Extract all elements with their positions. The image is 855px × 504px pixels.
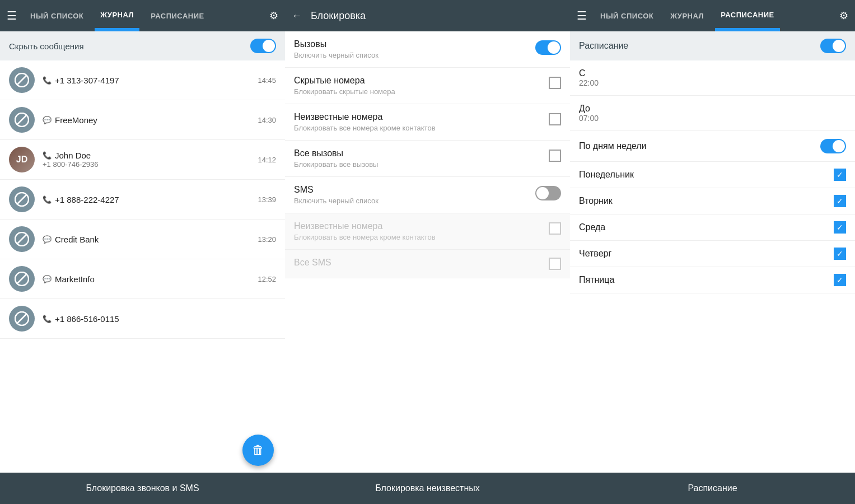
gear-icon-1[interactable]: ⚙ <box>269 10 278 22</box>
from-label: С <box>579 68 586 78</box>
gear-icon-3[interactable]: ⚙ <box>839 10 848 22</box>
block-row-calls[interactable]: Вызовы Включить черный список <box>285 31 570 68</box>
hide-messages-toggle[interactable] <box>250 39 276 53</box>
avatar <box>9 107 35 133</box>
contact-time: 13:39 <box>258 195 276 204</box>
thursday-label: Четверг <box>579 249 611 259</box>
list-item[interactable]: 📞 +1 313-307-4197 14:45 <box>0 60 285 100</box>
thursday-checkbox[interactable]: ✓ <box>834 248 846 260</box>
phone-icon: 📞 <box>43 76 52 85</box>
block-row-all-calls[interactable]: Все вызовы Блокировать все вызовы <box>285 141 570 177</box>
block-label: Все вызовы <box>294 148 378 158</box>
block-label: Вызовы <box>294 39 379 49</box>
panel-1: ☰ НЫЙ СПИСОК ЖУРНАЛ РАСПИСАНИЕ ⚙ Скрыть … <box>0 0 285 504</box>
tab-journal-1[interactable]: ЖУРНАЛ <box>95 0 139 31</box>
svg-line-5 <box>17 194 27 204</box>
panel-2-content: ← Блокировка Вызовы Включить черный спис… <box>285 0 570 504</box>
contact-info: 📞 +1 866-516-0115 <box>43 314 268 324</box>
svg-line-7 <box>17 234 27 244</box>
avatar <box>9 266 35 292</box>
block-row-sms[interactable]: SMS Включить черный список <box>285 177 570 213</box>
block-label: SMS <box>294 185 379 195</box>
block-row-all-sms: Все SMS <box>285 250 570 278</box>
all-calls-checkbox[interactable] <box>549 150 561 162</box>
schedule-header-row: Расписание <box>570 31 855 60</box>
tuesday-row[interactable]: Вторник ✓ <box>570 188 855 214</box>
tab-journal-3[interactable]: ЖУРНАЛ <box>665 0 709 31</box>
msg-icon: 💬 <box>43 116 52 124</box>
block-list: Вызовы Включить черный список Скрытые но… <box>285 31 570 473</box>
avatar <box>9 186 35 212</box>
block-row-hidden[interactable]: Скрытые номера Блокировать скрытые номер… <box>285 68 570 104</box>
wednesday-checkbox[interactable]: ✓ <box>834 221 846 234</box>
contact-info: 📞 +1 313-307-4197 <box>43 76 250 85</box>
contact-name: 📞 +1 866-516-0115 <box>43 314 268 324</box>
thursday-row[interactable]: Четверг ✓ <box>570 241 855 267</box>
by-days-label: По дням недели <box>579 141 646 151</box>
block-sub-disabled: Блокировать все номера кроме контактов <box>294 233 436 241</box>
svg-line-1 <box>17 75 27 85</box>
contact-name: 📞 +1 313-307-4197 <box>43 76 250 85</box>
monday-row[interactable]: Понедельник ✓ <box>570 162 855 188</box>
block-sub: Включить черный список <box>294 197 379 205</box>
tab-list-1[interactable]: НЫЙ СПИСОК <box>25 0 89 31</box>
wednesday-row[interactable]: Среда ✓ <box>570 214 855 241</box>
svg-line-3 <box>17 115 27 125</box>
friday-label: Пятница <box>579 275 614 285</box>
block-row-unknown-calls[interactable]: Неизвестные номера Блокировать все номер… <box>285 104 570 141</box>
hidden-checkbox[interactable] <box>549 77 561 89</box>
to-time: 07:00 <box>579 114 599 123</box>
tuesday-checkbox[interactable]: ✓ <box>834 195 846 207</box>
by-days-toggle[interactable] <box>820 139 846 153</box>
contact-info: 💬 Credit Bank <box>43 235 250 244</box>
contact-time: 14:12 <box>258 156 276 164</box>
list-item[interactable]: JD 📞 John Doe +1 800-746-2936 14:12 <box>0 140 285 180</box>
panel-3: ☰ НЫЙ СПИСОК ЖУРНАЛ РАСПИСАНИЕ ⚙ Расписа… <box>570 0 855 504</box>
list-item[interactable]: 💬 FreeMoney 14:30 <box>0 100 285 140</box>
monday-label: Понедельник <box>579 170 634 180</box>
sms-toggle[interactable] <box>535 186 561 200</box>
contact-name: 💬 Credit Bank <box>43 235 250 244</box>
avatar <box>9 306 35 332</box>
block-sub: Включить черный список <box>294 51 379 59</box>
block-label: Скрытые номера <box>294 76 395 86</box>
tab-list-3[interactable]: НЫЙ СПИСОК <box>595 0 659 31</box>
tuesday-label: Вторник <box>579 196 613 206</box>
panel-2-title: Блокировка <box>311 10 366 22</box>
contact-time: 14:45 <box>258 76 276 85</box>
list-item[interactable]: 📞 +1 888-222-4227 13:39 <box>0 180 285 220</box>
contact-name: 📞 +1 888-222-4227 <box>43 195 250 204</box>
panel-3-content: ☰ НЫЙ СПИСОК ЖУРНАЛ РАСПИСАНИЕ ⚙ Расписа… <box>570 0 855 504</box>
delete-fab[interactable]: 🗑 <box>242 435 274 466</box>
contact-info: 💬 FreeMoney <box>43 115 250 125</box>
by-days-row[interactable]: По дням недели <box>570 131 855 162</box>
friday-checkbox[interactable]: ✓ <box>834 274 846 286</box>
panel-1-header: ☰ НЫЙ СПИСОК ЖУРНАЛ РАСПИСАНИЕ ⚙ <box>0 0 285 31</box>
schedule-toggle[interactable] <box>820 39 846 53</box>
unknown-calls-checkbox[interactable] <box>549 113 561 125</box>
menu-icon-1[interactable]: ☰ <box>7 9 17 22</box>
list-item[interactable]: 💬 MarketInfo 12:52 <box>0 259 285 299</box>
friday-row[interactable]: Пятница ✓ <box>570 267 855 293</box>
block-label-disabled: Неизвестные номера <box>294 221 436 231</box>
monday-checkbox[interactable]: ✓ <box>834 169 846 181</box>
block-label: Неизвестные номера <box>294 112 436 122</box>
contact-time: 13:20 <box>258 235 276 244</box>
menu-icon-3[interactable]: ☰ <box>577 9 587 22</box>
contact-time: 12:52 <box>258 275 276 283</box>
panel-1-footer: Блокировка звонков и SMS <box>0 473 285 504</box>
calls-toggle[interactable] <box>535 40 561 55</box>
phone-icon: 📞 <box>43 151 52 160</box>
schedule-label: Расписание <box>579 41 628 51</box>
list-item[interactable]: 📞 +1 866-516-0115 <box>0 299 285 339</box>
back-button[interactable]: ← <box>292 10 302 22</box>
tab-schedule-3[interactable]: РАСПИСАНИЕ <box>715 0 780 31</box>
unknown-sms-checkbox <box>549 222 561 235</box>
svg-line-11 <box>17 314 27 324</box>
from-row[interactable]: С 22:00 <box>570 60 855 96</box>
block-row-unknown-sms: Неизвестные номера Блокировать все номер… <box>285 213 570 250</box>
to-row[interactable]: До 07:00 <box>570 96 855 131</box>
list-item[interactable]: 💬 Credit Bank 13:20 <box>0 220 285 259</box>
contact-name: 💬 MarketInfo <box>43 274 250 284</box>
tab-schedule-1[interactable]: РАСПИСАНИЕ <box>145 0 210 31</box>
